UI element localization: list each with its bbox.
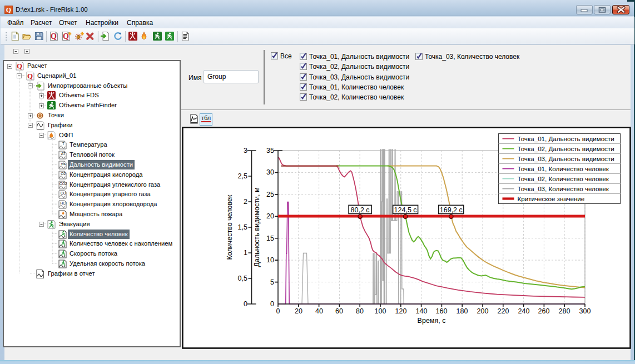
svg-text:180: 180 (457, 307, 468, 315)
svg-text:40: 40 (315, 307, 323, 315)
svg-text:280: 280 (559, 307, 570, 315)
svg-text:Время, с: Время, с (418, 317, 446, 325)
svg-text:Точка_02, Дальность видимости: Точка_02, Дальность видимости (518, 145, 614, 152)
svg-text:0,5: 0,5 (238, 275, 247, 282)
svg-text:Q: Q (27, 72, 33, 80)
svg-text:vis: vis (61, 162, 66, 166)
svg-text:CO2: CO2 (59, 181, 67, 185)
svg-text:140: 140 (416, 307, 428, 315)
svg-text:2: 2 (244, 198, 247, 206)
svg-text:80,2 с: 80,2 с (351, 206, 370, 214)
svg-text:5: 5 (270, 278, 274, 286)
svg-text:Точка_03, Количество человек: Точка_03, Количество человек (518, 185, 609, 192)
svg-text:124,5 с: 124,5 с (394, 206, 417, 214)
svg-text:T: T (62, 142, 65, 146)
svg-text:Точка_02, Количество человек: Точка_02, Количество человек (518, 175, 609, 182)
svg-text:Q: Q (63, 32, 69, 41)
svg-text:80: 80 (356, 307, 364, 315)
svg-text:60: 60 (335, 307, 343, 315)
svg-text:160: 160 (436, 307, 448, 315)
svg-text:O2: O2 (61, 171, 66, 175)
svg-text:20: 20 (266, 212, 274, 220)
svg-text:35: 35 (266, 147, 274, 154)
svg-text:Точка_01, Количество человек: Точка_01, Количество человек (518, 165, 609, 172)
svg-text:0: 0 (270, 300, 274, 308)
svg-text:AT: AT (61, 152, 66, 156)
svg-text:260: 260 (538, 307, 550, 315)
svg-text:Q: Q (51, 32, 57, 41)
svg-text:120: 120 (395, 307, 407, 315)
svg-text:Количество человек: Количество человек (226, 195, 234, 260)
svg-text:3: 3 (244, 147, 247, 154)
svg-text:0: 0 (276, 307, 280, 315)
svg-text:Точка_03, Дальность видимости: Точка_03, Дальность видимости (518, 155, 614, 162)
svg-text:169,2 с: 169,2 с (440, 206, 463, 214)
svg-text:HCl: HCl (60, 201, 67, 205)
svg-text:25: 25 (266, 191, 274, 198)
svg-text:1: 1 (244, 249, 247, 257)
svg-text:30: 30 (266, 168, 274, 176)
svg-text:240: 240 (518, 307, 530, 315)
svg-text:100: 100 (375, 307, 386, 315)
svg-text:CO: CO (61, 191, 66, 195)
svg-text:15: 15 (266, 235, 274, 242)
svg-text:10: 10 (266, 256, 274, 264)
svg-text:300: 300 (579, 307, 591, 315)
svg-text:Критическое значение: Критическое значение (518, 195, 585, 202)
svg-text:220: 220 (498, 307, 509, 315)
svg-text:Точка_01, Дальность видимости: Точка_01, Дальность видимости (518, 135, 614, 142)
svg-text:Q: Q (17, 62, 22, 70)
svg-text:200: 200 (477, 307, 489, 315)
svg-text:2,5: 2,5 (238, 172, 247, 180)
svg-text:1,5: 1,5 (238, 223, 247, 231)
svg-text:Q: Q (6, 6, 11, 14)
svg-text:Дальность видимости, м: Дальность видимости, м (253, 188, 261, 267)
svg-text:20: 20 (295, 307, 302, 315)
svg-text:0: 0 (244, 300, 247, 308)
